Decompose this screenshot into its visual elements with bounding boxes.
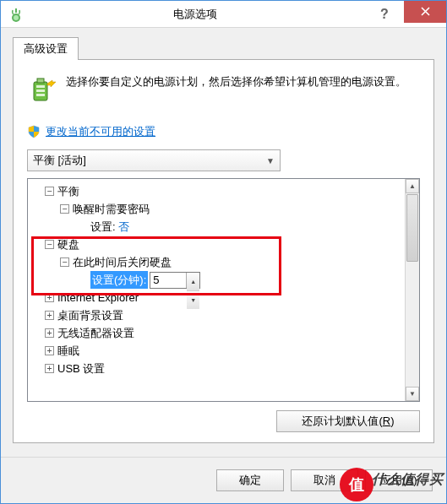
apply-button[interactable]: 应用(A) <box>365 469 433 491</box>
window-title: 电源选项 <box>25 7 365 22</box>
tree-node-balance[interactable]: − 平衡 <box>30 182 403 200</box>
minutes-input[interactable] <box>150 273 186 288</box>
hdd-setting-label: 设置(分钟): <box>90 271 148 289</box>
expand-icon[interactable]: + <box>45 311 54 320</box>
expand-icon[interactable]: + <box>45 364 54 373</box>
tab-advanced-settings[interactable]: 高级设置 <box>13 37 79 60</box>
combo-value: 平衡 [活动] <box>33 153 86 168</box>
tree-node-ie[interactable]: + Internet Explorer <box>30 289 403 306</box>
collapse-icon[interactable]: − <box>60 257 69 267</box>
scroll-up-icon[interactable]: ▲ <box>406 179 419 193</box>
svg-rect-7 <box>36 94 45 96</box>
tree-leaf-wake-setting[interactable]: 设置: 否 <box>30 218 403 236</box>
app-icon <box>8 6 25 23</box>
tabstrip: 高级设置 <box>13 36 434 59</box>
settings-tree-container: − 平衡 − 唤醒时需要密码 设置: 否 <box>27 178 420 402</box>
intro-row: 选择你要自定义的电源计划，然后选择你希望计算机管理的电源设置。 <box>27 73 420 104</box>
close-button[interactable] <box>404 1 446 23</box>
cancel-button[interactable]: 取消 <box>291 469 358 491</box>
collapse-icon[interactable]: − <box>45 187 54 196</box>
svg-point-1 <box>14 15 19 20</box>
tree-node-hdd-off-after[interactable]: − 在此时间后关闭硬盘 <box>30 253 403 271</box>
change-unavailable-link[interactable]: 更改当前不可用的设置 <box>46 124 155 139</box>
tab-panel: 选择你要自定义的电源计划，然后选择你希望计算机管理的电源设置。 更改当前不可用的… <box>13 59 434 443</box>
scroll-down-icon[interactable]: ▼ <box>406 387 419 401</box>
tree-node-usb[interactable]: + USB 设置 <box>30 360 403 377</box>
expand-icon[interactable]: + <box>45 328 54 338</box>
tree-node-sleep[interactable]: + 睡眠 <box>30 342 403 360</box>
vertical-scrollbar[interactable]: ▲ ▼ <box>405 179 419 401</box>
dialog-body: 高级设置 选择你要自定义的电源计划，然后选择你希望计算机管理的电源设置。 更改当… <box>1 28 446 457</box>
svg-rect-2 <box>15 8 17 13</box>
spinner-down-icon[interactable]: ▼ <box>187 291 199 309</box>
uac-link-row: 更改当前不可用的设置 <box>27 124 420 139</box>
intro-text: 选择你要自定义的电源计划，然后选择你希望计算机管理的电源设置。 <box>66 73 406 104</box>
dialog-footer: 确定 取消 应用(A) <box>1 457 446 503</box>
minutes-spinner[interactable]: ▲ ▼ <box>150 272 200 289</box>
help-button[interactable]: ? <box>365 3 404 25</box>
collapse-icon[interactable]: − <box>45 240 54 249</box>
battery-icon <box>27 73 57 104</box>
titlebar: 电源选项 ? <box>1 1 446 28</box>
expand-icon[interactable]: + <box>45 346 54 355</box>
wake-setting-value[interactable]: 否 <box>118 218 129 236</box>
restore-defaults-button[interactable]: 还原计划默认值(R) <box>276 410 420 432</box>
chevron-down-icon: ▼ <box>266 156 275 165</box>
expand-icon[interactable]: + <box>45 293 54 302</box>
tree-node-wireless[interactable]: + 无线适配器设置 <box>30 324 403 342</box>
svg-rect-5 <box>36 85 45 88</box>
tree-node-wake-password[interactable]: − 唤醒时需要密码 <box>30 200 403 218</box>
svg-rect-6 <box>36 89 45 92</box>
tree-leaf-hdd-setting[interactable]: 设置(分钟): ▲ ▼ <box>30 271 403 289</box>
settings-tree[interactable]: − 平衡 − 唤醒时需要密码 设置: 否 <box>28 179 405 401</box>
spinner-up-icon[interactable]: ▲ <box>187 273 199 291</box>
tree-node-desktop-bg[interactable]: + 桌面背景设置 <box>30 306 403 324</box>
shield-icon <box>27 125 41 138</box>
power-plan-combo[interactable]: 平衡 [活动] ▼ <box>27 149 281 171</box>
ok-button[interactable]: 确定 <box>216 469 284 491</box>
scroll-thumb[interactable] <box>406 194 418 262</box>
svg-rect-4 <box>37 79 44 83</box>
tree-node-hdd[interactable]: − 硬盘 <box>30 236 403 253</box>
collapse-icon[interactable]: − <box>60 204 69 214</box>
power-options-dialog: 电源选项 ? 高级设置 选择你要自定义的电源计划，然后选择你希望计算机管理的电源… <box>0 0 447 504</box>
close-icon <box>421 7 430 16</box>
